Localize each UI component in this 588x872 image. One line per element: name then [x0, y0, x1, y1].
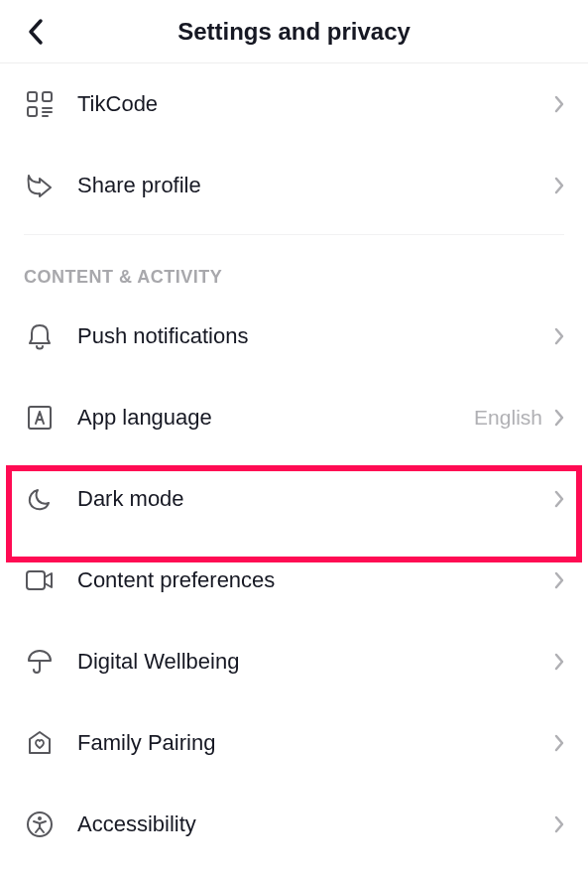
- video-icon: [24, 564, 56, 596]
- row-tikcode[interactable]: TikCode: [0, 63, 588, 145]
- row-label: Push notifications: [77, 323, 554, 349]
- row-label: Accessibility: [77, 811, 554, 837]
- row-label: Content preferences: [77, 567, 554, 593]
- family-icon: [24, 727, 56, 759]
- row-accessibility[interactable]: Accessibility: [0, 784, 588, 865]
- svg-rect-1: [43, 92, 52, 101]
- row-content-preferences[interactable]: Content preferences: [0, 540, 588, 621]
- header: Settings and privacy: [0, 0, 588, 63]
- row-label: Dark mode: [77, 486, 554, 512]
- svg-rect-2: [28, 107, 37, 116]
- svg-rect-7: [27, 571, 45, 589]
- row-value: English: [474, 406, 542, 430]
- row-label: Digital Wellbeing: [77, 649, 554, 675]
- row-label: App language: [77, 405, 474, 431]
- chevron-right-icon: [554, 409, 564, 427]
- umbrella-icon: [24, 646, 56, 678]
- accessibility-icon: [24, 809, 56, 840]
- bell-icon: [24, 320, 56, 352]
- tikcode-icon: [24, 88, 56, 120]
- back-icon: [28, 18, 44, 46]
- language-icon: [24, 402, 56, 434]
- back-button[interactable]: [20, 16, 52, 48]
- chevron-right-icon: [554, 327, 564, 345]
- moon-icon: [24, 483, 56, 515]
- svg-rect-0: [28, 92, 37, 101]
- svg-point-9: [38, 816, 42, 820]
- row-app-language[interactable]: App language English: [0, 377, 588, 458]
- chevron-right-icon: [554, 571, 564, 589]
- row-push-notifications[interactable]: Push notifications: [0, 296, 588, 377]
- page-title: Settings and privacy: [177, 18, 411, 46]
- row-label: Share profile: [77, 173, 554, 198]
- chevron-right-icon: [554, 95, 564, 113]
- row-family-pairing[interactable]: Family Pairing: [0, 702, 588, 784]
- row-share-profile[interactable]: Share profile: [0, 145, 588, 226]
- row-digital-wellbeing[interactable]: Digital Wellbeing: [0, 621, 588, 702]
- chevron-right-icon: [554, 490, 564, 508]
- settings-list: TikCode Share profile CONTENT & ACTIVITY…: [0, 63, 588, 865]
- chevron-right-icon: [554, 815, 564, 833]
- chevron-right-icon: [554, 177, 564, 194]
- row-label: TikCode: [77, 91, 554, 117]
- row-dark-mode[interactable]: Dark mode: [0, 458, 588, 540]
- row-label: Family Pairing: [77, 730, 554, 756]
- section-title: CONTENT & ACTIVITY: [0, 235, 588, 296]
- share-icon: [24, 170, 56, 201]
- chevron-right-icon: [554, 734, 564, 752]
- chevron-right-icon: [554, 653, 564, 671]
- svg-rect-6: [29, 407, 51, 429]
